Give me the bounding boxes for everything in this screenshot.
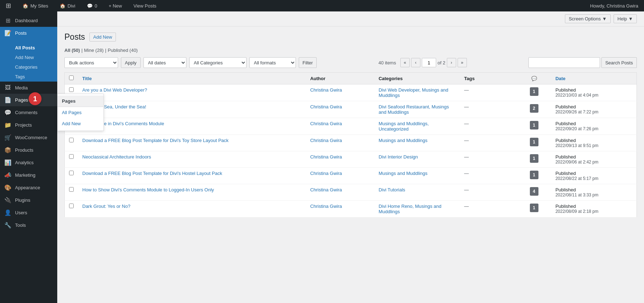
view-posts-link[interactable]: View Posts [131,0,159,11]
comment-count-link[interactable]: 1 [530,122,538,128]
screen-options-button[interactable]: Screen Options ▼ [565,14,611,23]
new-content-link[interactable]: + New [106,0,125,11]
comment-count-link[interactable]: 1 [530,172,538,177]
post-title-link[interactable]: Download a FREE Blog Post Template for D… [82,138,229,143]
post-title-link[interactable]: How to Show Divi's Comments Module to Lo… [82,187,214,192]
post-author-link[interactable]: Christina Gwira [310,171,342,176]
post-category-link[interactable]: Divi Interior Design [379,154,418,160]
post-comments-cell: 4 [517,184,551,201]
post-title-link[interactable]: Download a FREE Blog Post Template for D… [82,171,222,176]
row-checkbox-cell [65,201,78,218]
last-page-button[interactable]: » [458,58,467,67]
post-category-link[interactable]: Divi Home Reno, Musings and Muddlings [379,204,441,214]
col-header-cb [65,73,78,84]
post-category-link[interactable]: Divi Tutorials [379,187,405,192]
post-author-link[interactable]: Christina Gwira [310,187,342,192]
post-title-link[interactable]: Neoclassical Architecture Indoors [82,154,151,160]
filter-button[interactable]: Filter [299,57,317,68]
search-input[interactable] [528,57,600,68]
howdy-user[interactable]: Howdy, Christina Gwira [587,0,641,11]
sidebar-item-woocommerce[interactable]: 🛒 WooCommerce [0,131,57,144]
comment-count-link[interactable]: 1 [530,156,538,161]
sidebar-item-media[interactable]: 🖼 Media [0,82,57,94]
help-button[interactable]: Help ▼ [614,14,637,23]
formats-filter-select[interactable]: All formats [249,57,296,68]
search-posts-button[interactable]: Search Posts [601,57,637,68]
sidebar-item-plugins[interactable]: 🔌 Plugins [0,194,57,206]
apply-button[interactable]: Apply [121,57,141,68]
post-author-link[interactable]: Christina Gwira [310,204,342,209]
sidebar-item-appearance[interactable]: 🎨 Appearance [0,181,57,194]
col-header-date[interactable]: Date [551,73,636,84]
sidebar-item-pages[interactable]: 📄 Pages 1 Pages All Pages Add New [0,94,57,106]
comment-count-link[interactable]: 2 [530,106,538,111]
wp-logo-link[interactable]: ⊞ [3,0,14,11]
sidebar-item-posts[interactable]: 📝 Posts All Posts Add New Categories Tag… [0,27,57,82]
post-category-link[interactable]: Musings and Muddlings, Uncategorized [379,121,429,132]
sidebar-item-tools[interactable]: 🔧 Tools [0,219,57,231]
current-page-input[interactable] [422,58,436,67]
post-title-link[interactable]: Are you a Divi Web Developer? [82,87,147,93]
post-author-link[interactable]: Christina Gwira [310,121,342,126]
submenu-all-posts[interactable]: All Posts [0,43,57,53]
post-author-link[interactable]: Christina Gwira [310,104,342,109]
pages-icon: 📄 [4,97,11,103]
sidebar-item-projects[interactable]: 📁 Projects [0,119,57,131]
comment-count-link[interactable]: 4 [530,189,538,194]
sidebar-item-comments[interactable]: 💬 Comments [0,106,57,119]
row-checkbox[interactable] [69,187,74,192]
title-sort-link[interactable]: Title [82,76,92,81]
table-row: Download a FREE Blog Post Template for D… [65,135,637,151]
sidebar-item-products[interactable]: 📦 Products [0,144,57,156]
post-category-link[interactable]: Musings and Muddlings [379,171,428,176]
dates-filter-select[interactable]: All dates [143,57,186,68]
post-tags-cell: — [460,168,517,184]
prev-page-button[interactable]: ‹ [411,58,420,67]
post-author-link[interactable]: Christina Gwira [310,154,342,160]
row-checkbox[interactable] [69,154,74,159]
submenu-categories[interactable]: Categories [0,62,57,72]
sidebar-item-users[interactable]: 👤 Users [0,206,57,219]
dashboard-label: Dashboard [15,18,38,23]
comments-menu-icon: 💬 [4,109,11,116]
sidebar-item-marketing[interactable]: 📣 Marketing [0,169,57,181]
add-new-button[interactable]: Add New [89,33,116,41]
next-page-button[interactable]: › [447,58,456,67]
post-category-link[interactable]: Divi Web Developer, Musings and Muddling… [379,87,448,98]
appearance-label: Appearance [15,185,40,190]
sidebar-item-dashboard[interactable]: ⊞ Dashboard [0,14,57,27]
comments-link[interactable]: 💬 0 [84,0,100,11]
first-page-button[interactable]: « [400,58,410,67]
site-name-link[interactable]: 🏠 Divi [57,0,78,11]
filter-all-link[interactable]: All (50) [64,48,80,53]
row-checkbox[interactable] [69,87,74,92]
pages-popup-all-pages[interactable]: All Pages [58,107,103,118]
analytics-icon: 📊 [4,159,11,166]
post-author-link[interactable]: Christina Gwira [310,87,342,93]
row-checkbox[interactable] [69,204,74,208]
filter-mine-link[interactable]: Mine (28) [84,48,104,53]
filter-published-link[interactable]: Published (40) [108,48,138,53]
submenu-tags[interactable]: Tags [0,72,57,82]
select-all-checkbox[interactable] [69,75,74,80]
row-checkbox[interactable] [69,171,74,175]
post-author-link[interactable]: Christina Gwira [310,138,342,143]
pages-popup-add-new[interactable]: Add New [58,118,103,129]
post-category-link[interactable]: Musings and Muddlings [379,138,428,143]
post-date-status: Published [555,138,632,143]
sidebar-item-analytics[interactable]: 📊 Analytics [0,156,57,169]
categories-filter-select[interactable]: All Categories [189,57,247,68]
comment-count-link[interactable]: 1 [530,205,538,210]
post-date-value: 2022/09/13 at 9:51 pm [555,143,632,148]
col-header-title[interactable]: Title [78,73,306,84]
date-sort-link[interactable]: Date [555,76,565,81]
post-title-link[interactable]: Dark Grout: Yes or No? [82,204,130,209]
post-category-link[interactable]: Divi Seafood Restaurant, Musings and Mud… [379,104,449,115]
my-sites-link[interactable]: 🏠 My Sites [20,0,51,11]
bulk-actions-select[interactable]: Bulk actions [64,57,118,68]
comment-count-link[interactable]: 1 [530,89,538,94]
post-comments-cell: 1 [517,84,551,101]
row-checkbox[interactable] [69,138,74,142]
submenu-add-new[interactable]: Add New [0,53,57,62]
comment-count-link[interactable]: 1 [530,139,538,145]
